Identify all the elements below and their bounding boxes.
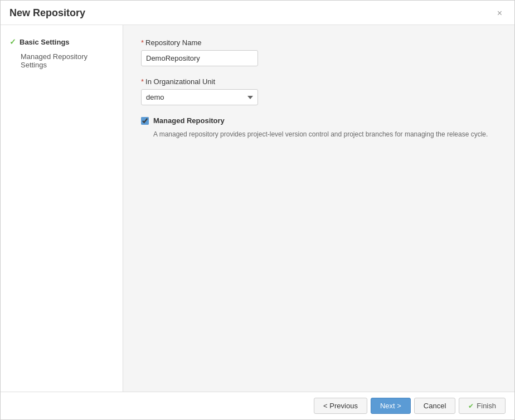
finish-check-icon: ✔	[468, 402, 474, 410]
dialog-body: ✓ Basic Settings Managed Repository Sett…	[1, 25, 514, 392]
finish-label: Finish	[477, 402, 496, 410]
previous-button[interactable]: < Previous	[314, 398, 367, 414]
sidebar-item-label-basic-settings: Basic Settings	[20, 38, 70, 46]
form-group-org-unit: *In Organizational Unit demo	[141, 77, 497, 105]
form-group-repo-name: *Repository Name	[141, 38, 497, 66]
repo-name-input[interactable]	[141, 50, 258, 66]
managed-repo-checkbox-row: Managed Repository	[141, 116, 497, 125]
content-area: *Repository Name *In Organizational Unit…	[123, 25, 514, 392]
dialog-footer: < Previous Next > Cancel ✔ Finish	[1, 392, 514, 419]
org-unit-label-text: In Organizational Unit	[145, 77, 215, 86]
managed-repo-checkbox[interactable]	[141, 117, 149, 125]
managed-repo-hint: A managed repository provides project-le…	[153, 129, 497, 139]
close-button[interactable]: ×	[494, 8, 506, 19]
cancel-button[interactable]: Cancel	[414, 398, 455, 414]
sidebar-sub-item-managed-repo-settings[interactable]: Managed Repository Settings	[1, 50, 123, 72]
org-unit-label: *In Organizational Unit	[141, 77, 497, 86]
org-unit-required-star: *	[141, 77, 144, 86]
sidebar: ✓ Basic Settings Managed Repository Sett…	[1, 25, 123, 392]
managed-repo-checkbox-label: Managed Repository	[153, 116, 225, 125]
check-icon: ✓	[9, 37, 16, 46]
next-button[interactable]: Next >	[371, 398, 411, 414]
repo-name-label-text: Repository Name	[145, 38, 201, 47]
sidebar-sub-item-label-managed-repo: Managed Repository Settings	[21, 52, 88, 69]
new-repository-dialog: New Repository × ✓ Basic Settings Manage…	[0, 0, 515, 420]
repo-name-required-star: *	[141, 38, 144, 47]
repo-name-label: *Repository Name	[141, 38, 497, 47]
finish-button[interactable]: ✔ Finish	[459, 398, 506, 414]
dialog-title: New Repository	[9, 7, 85, 19]
form-group-managed-repo: Managed Repository A managed repository …	[141, 116, 497, 139]
org-unit-select[interactable]: demo	[141, 89, 258, 105]
sidebar-item-basic-settings[interactable]: ✓ Basic Settings	[1, 34, 123, 50]
dialog-header: New Repository ×	[1, 1, 514, 25]
